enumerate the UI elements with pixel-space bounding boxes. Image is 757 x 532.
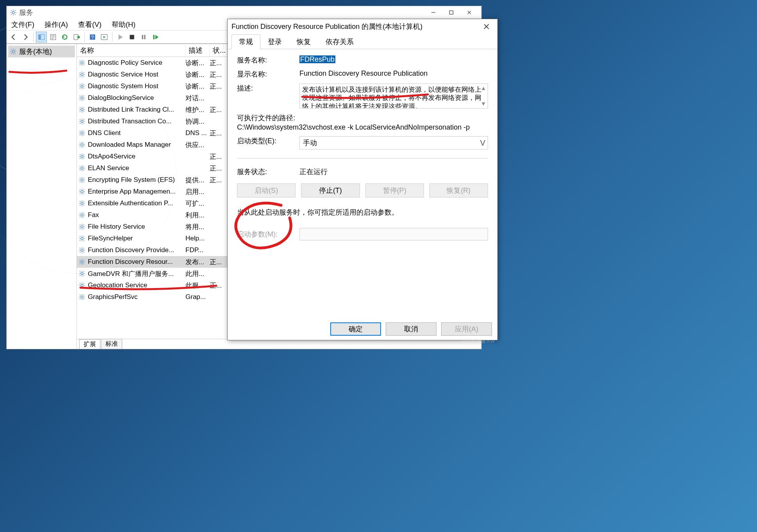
show-hide-action-button[interactable]	[99, 32, 110, 43]
dialog-close-button[interactable]	[479, 21, 493, 32]
nav-back-button[interactable]	[8, 32, 19, 43]
svg-point-28	[81, 226, 83, 228]
service-name-text: DNS Client	[88, 129, 121, 137]
cell-desc: Grap...	[185, 293, 210, 301]
stop-svc-button[interactable]	[126, 32, 137, 43]
value-description[interactable]: 发布该计算机以及连接到该计算机的资源，以便能够在网络上发现这些资源。如果该服务被…	[299, 84, 488, 109]
svg-point-23	[81, 167, 83, 169]
service-name-text: Diagnostic System Host	[88, 82, 158, 90]
cell-desc: 诊断...	[185, 70, 210, 79]
pause-svc-button[interactable]	[138, 32, 149, 43]
cell-name: ELAN Service	[77, 164, 185, 172]
svg-rect-2	[38, 34, 41, 40]
label-description: 描述:	[237, 84, 299, 93]
cell-name: Function Discovery Provide...	[77, 246, 185, 254]
cell-status: 正...	[210, 258, 224, 267]
cell-name: DNS Client	[77, 129, 185, 137]
service-name-text: Distributed Link Tracking Cl...	[88, 106, 174, 114]
value-service-status: 正在运行	[299, 167, 488, 176]
menu-file[interactable]: 文件(F)	[10, 19, 36, 30]
separator	[33, 32, 34, 42]
menu-help[interactable]: 帮助(H)	[110, 19, 137, 30]
tab-recovery[interactable]: 恢复	[289, 34, 318, 49]
svg-rect-11	[144, 35, 145, 39]
cell-desc: 提供...	[185, 176, 210, 185]
cell-desc: 供应...	[185, 141, 210, 149]
service-name-text: Function Discovery Provide...	[88, 246, 174, 254]
ok-button[interactable]: 确定	[330, 322, 381, 336]
service-name-text: FileSyncHelper	[88, 235, 133, 242]
service-name-text: ELAN Service	[88, 164, 129, 172]
cell-status: 正...	[210, 176, 224, 185]
cancel-button[interactable]: 取消	[386, 322, 436, 336]
cell-name: Distributed Link Tracking Cl...	[77, 106, 185, 114]
svg-point-25	[81, 190, 83, 193]
gear-icon	[78, 141, 85, 148]
cell-name: Fax	[77, 211, 185, 219]
col-name[interactable]: 名称	[77, 44, 185, 57]
nav-fwd-button[interactable]	[20, 32, 31, 43]
tab-dependencies[interactable]: 依存关系	[318, 34, 361, 49]
cell-name: Diagnostic Policy Service	[77, 59, 185, 67]
service-name-text: GameDVR 和广播用户服务...	[88, 269, 174, 278]
tab-standard[interactable]: 标准	[101, 339, 122, 349]
value-service-name[interactable]: FDResPub	[299, 55, 335, 63]
cell-name: GameDVR 和广播用户服务...	[77, 269, 185, 278]
cell-name: Distributed Transaction Co...	[77, 117, 185, 125]
maximize-button[interactable]	[442, 7, 460, 18]
gear-icon	[78, 200, 85, 207]
col-desc[interactable]: 描述	[185, 44, 210, 57]
cell-status: 正...	[210, 59, 224, 68]
value-display-name: Function Discovery Resource Publication	[299, 69, 488, 78]
svg-point-33	[81, 284, 83, 286]
menu-action[interactable]: 操作(A)	[43, 19, 69, 30]
cell-name: DtsApo4Service	[77, 153, 185, 160]
cell-desc: Help...	[185, 235, 210, 242]
cell-name: Diagnostic Service Host	[77, 71, 185, 78]
properties-button[interactable]	[48, 32, 59, 43]
menu-view[interactable]: 查看(V)	[77, 19, 103, 30]
col-status[interactable]: 状...	[210, 44, 224, 57]
cell-desc: 利用...	[185, 211, 210, 220]
export-button[interactable]	[71, 32, 82, 43]
cell-name: Diagnostic System Host	[77, 82, 185, 90]
label-service-status: 服务状态:	[237, 167, 299, 176]
svg-point-22	[81, 155, 83, 158]
tab-logon[interactable]: 登录	[260, 34, 289, 49]
service-name-text: Encrypting File System (EFS)	[88, 176, 175, 184]
label-service-name: 服务名称:	[237, 55, 299, 65]
show-hide-tree-button[interactable]	[36, 32, 47, 43]
cell-status: 正...	[210, 70, 224, 79]
scroll-up-icon[interactable]: ▴	[480, 85, 487, 92]
cell-name: Encrypting File System (EFS)	[77, 176, 185, 184]
refresh-button[interactable]	[59, 32, 70, 43]
startup-type-select[interactable]: 手动 V	[299, 136, 488, 149]
svg-point-17	[81, 97, 83, 99]
start-svc-button[interactable]	[115, 32, 126, 43]
startup-type-value: 手动	[303, 139, 317, 147]
tree-node-services-local[interactable]: 服务(本地)	[8, 46, 75, 57]
tab-extended[interactable]: 扩展	[79, 339, 100, 349]
restart-svc-button[interactable]	[150, 32, 161, 43]
cell-name: Geolocation Service	[77, 281, 185, 289]
start-hint: 当从此处启动服务时，你可指定所适用的启动参数。	[237, 208, 488, 217]
start-params-input[interactable]	[299, 228, 488, 240]
help-button[interactable]: ?	[87, 32, 98, 43]
scroll-down-icon[interactable]: ▾	[480, 100, 487, 107]
tree-node-label: 服务(本地)	[19, 47, 52, 56]
service-name-text: File History Service	[88, 223, 145, 231]
cell-name: Enterprise App Managemen...	[77, 188, 185, 196]
service-name-text: Enterprise App Managemen...	[88, 188, 176, 196]
description-scrollbar[interactable]: ▴ ▾	[480, 85, 487, 107]
svg-point-32	[81, 272, 83, 275]
gear-icon	[78, 165, 85, 172]
tab-general[interactable]: 常规	[232, 34, 260, 49]
svg-point-16	[81, 85, 83, 87]
stop-button[interactable]: 停止(T)	[301, 183, 360, 197]
svg-point-18	[81, 109, 83, 111]
minimize-button[interactable]	[424, 7, 442, 18]
cell-name: GraphicsPerfSvc	[77, 293, 185, 301]
svg-point-15	[81, 73, 83, 76]
svg-point-29	[81, 237, 83, 240]
close-button[interactable]	[460, 7, 478, 18]
